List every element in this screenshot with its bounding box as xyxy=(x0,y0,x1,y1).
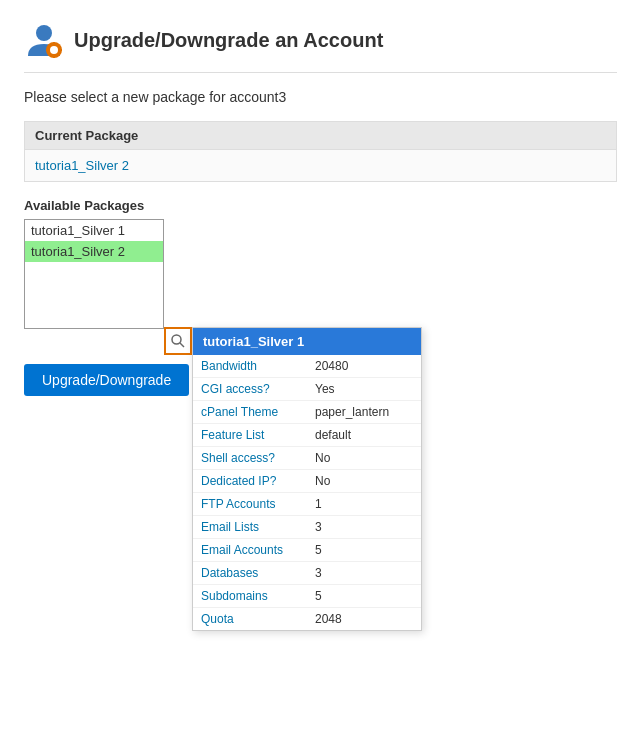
popup-row-value: 5 xyxy=(307,539,421,562)
page-wrapper: Upgrade/Downgrade an Account Please sele… xyxy=(0,0,641,738)
table-row: FTP Accounts1 xyxy=(193,493,421,516)
popup-row-value: 20480 xyxy=(307,355,421,378)
current-package-value: tutoria1_Silver 2 xyxy=(35,158,129,173)
svg-rect-3 xyxy=(53,42,55,46)
popup-title: tutoria1_Silver 1 xyxy=(193,328,421,355)
popup-row-value: 1 xyxy=(307,493,421,516)
svg-rect-6 xyxy=(58,49,62,51)
account-upgrade-icon xyxy=(24,20,64,60)
popup-row-key: Shell access? xyxy=(193,447,307,470)
upgrade-downgrade-button[interactable]: Upgrade/Downgrade xyxy=(24,364,189,396)
popup-row-value: 2048 xyxy=(307,608,421,631)
table-row: Bandwidth20480 xyxy=(193,355,421,378)
svg-point-2 xyxy=(50,46,58,54)
table-row: CGI access?Yes xyxy=(193,378,421,401)
popup-row-value: 5 xyxy=(307,585,421,608)
popup-row-value: paper_lantern xyxy=(307,401,421,424)
table-row: cPanel Themepaper_lantern xyxy=(193,401,421,424)
svg-rect-5 xyxy=(46,49,50,51)
page-subtitle: Please select a new package for account3 xyxy=(24,89,617,105)
popup-row-key: Email Lists xyxy=(193,516,307,539)
table-row: Databases3 xyxy=(193,562,421,585)
svg-point-0 xyxy=(36,25,52,41)
table-row: Subdomains5 xyxy=(193,585,421,608)
table-row: Email Accounts5 xyxy=(193,539,421,562)
svg-line-8 xyxy=(180,343,184,347)
popup-row-key: CGI access? xyxy=(193,378,307,401)
available-packages-section: Available Packages tutoria1_Silver 1 tut… xyxy=(24,198,617,332)
popup-row-value: default xyxy=(307,424,421,447)
table-row: Feature Listdefault xyxy=(193,424,421,447)
popup-row-value: No xyxy=(307,470,421,493)
search-icon xyxy=(170,333,186,349)
table-row: Email Lists3 xyxy=(193,516,421,539)
page-title: Upgrade/Downgrade an Account xyxy=(74,29,383,52)
magnify-button[interactable] xyxy=(164,327,192,355)
popup-row-value: 3 xyxy=(307,562,421,585)
popup-row-key: Bandwidth xyxy=(193,355,307,378)
list-item[interactable]: tutoria1_Silver 2 xyxy=(25,241,163,262)
popup-row-value: No xyxy=(307,447,421,470)
current-package-box: Current Package tutoria1_Silver 2 xyxy=(24,121,617,182)
package-popup: tutoria1_Silver 1 Bandwidth20480CGI acce… xyxy=(192,327,422,631)
popup-row-key: cPanel Theme xyxy=(193,401,307,424)
popup-row-key: Dedicated IP? xyxy=(193,470,307,493)
popup-row-key: Subdomains xyxy=(193,585,307,608)
page-header: Upgrade/Downgrade an Account xyxy=(24,20,617,73)
table-row: Shell access?No xyxy=(193,447,421,470)
popup-row-key: Feature List xyxy=(193,424,307,447)
current-package-header: Current Package xyxy=(25,122,616,150)
popup-row-value: 3 xyxy=(307,516,421,539)
popup-table: Bandwidth20480CGI access?YescPanel Theme… xyxy=(193,355,421,630)
popup-row-value: Yes xyxy=(307,378,421,401)
svg-rect-4 xyxy=(53,54,55,58)
list-item[interactable]: tutoria1_Silver 1 xyxy=(25,220,163,241)
package-listbox[interactable]: tutoria1_Silver 1 tutoria1_Silver 2 xyxy=(24,219,164,329)
current-package-body: tutoria1_Silver 2 xyxy=(25,150,616,181)
popup-row-key: Email Accounts xyxy=(193,539,307,562)
table-row: Quota2048 xyxy=(193,608,421,631)
popup-row-key: FTP Accounts xyxy=(193,493,307,516)
table-row: Dedicated IP?No xyxy=(193,470,421,493)
svg-point-7 xyxy=(172,335,181,344)
available-packages-label: Available Packages xyxy=(24,198,617,213)
popup-row-key: Quota xyxy=(193,608,307,631)
popup-row-key: Databases xyxy=(193,562,307,585)
packages-area: tutoria1_Silver 1 tutoria1_Silver 2 tuto… xyxy=(24,219,164,329)
